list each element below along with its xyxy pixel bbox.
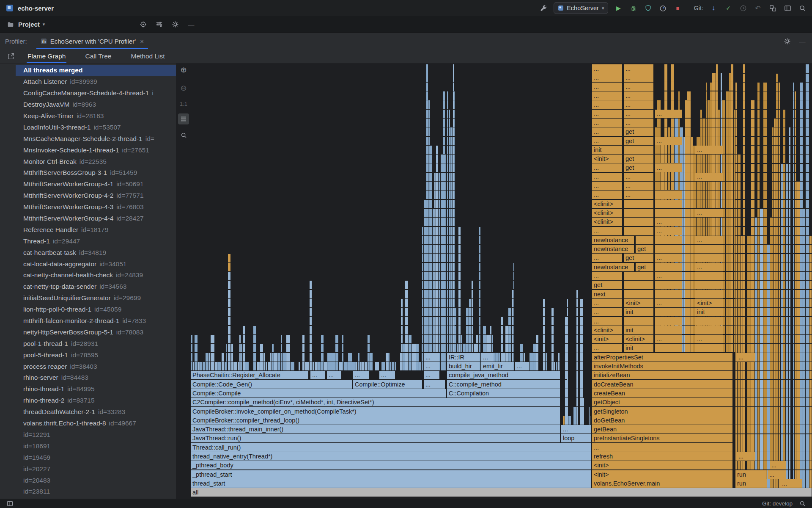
flame-frame[interactable]: [695, 317, 723, 326]
flame-frame[interactable]: [776, 73, 778, 488]
flame-frame[interactable]: ...: [655, 254, 682, 262]
minimize-icon[interactable]: —: [187, 20, 196, 29]
thread-list-item[interactable]: lion-http-poll-0-thread-1id=45059: [0, 304, 176, 315]
flame-frame[interactable]: [238, 362, 239, 370]
flame-frame[interactable]: get: [624, 137, 653, 145]
flame-frame[interactable]: [388, 353, 390, 370]
flame-frame[interactable]: _pthread_start: [191, 470, 591, 479]
thread-list-item[interactable]: MtthriftServerWorkerGroup-4-4id=28427: [0, 213, 176, 224]
rollback-icon[interactable]: ↶: [753, 3, 763, 13]
flame-frame[interactable]: ...: [624, 119, 653, 127]
thread-list-item[interactable]: DestroyJavaVMid=8963: [0, 99, 176, 110]
flame-frame[interactable]: [403, 344, 405, 370]
flame-frame[interactable]: ...: [592, 443, 732, 452]
flame-frame[interactable]: [624, 290, 653, 298]
thread-list-toggle-button[interactable]: [178, 113, 189, 124]
hide-panel-icon[interactable]: —: [798, 36, 807, 46]
flame-frame[interactable]: volans.EchoServer.main: [592, 479, 732, 488]
flame-frame[interactable]: ...: [592, 83, 622, 91]
search-icon[interactable]: [798, 499, 807, 508]
stop-button[interactable]: ■: [673, 3, 682, 13]
flame-frame[interactable]: ...: [695, 146, 723, 154]
flame-frame[interactable]: get: [624, 254, 653, 262]
thread-list-item[interactable]: id=18691: [0, 440, 176, 452]
flame-frame[interactable]: [580, 299, 583, 425]
flame-frame[interactable]: ...: [592, 227, 622, 235]
flame-frame[interactable]: [793, 83, 794, 488]
flame-frame[interactable]: [624, 227, 653, 235]
flame-frame[interactable]: [416, 344, 419, 370]
flame-frame[interactable]: [222, 353, 224, 370]
flame-frame[interactable]: ...: [624, 110, 653, 118]
flame-frame[interactable]: [624, 272, 653, 280]
thread-list-item[interactable]: LoadInfoUtil-3-thread-1id=53507: [0, 121, 176, 133]
flame-frame[interactable]: [434, 173, 436, 370]
flame-frame[interactable]: [449, 110, 450, 370]
flame-frame[interactable]: preInstantiateSingletons: [592, 434, 732, 442]
flame-frame[interactable]: ...: [655, 299, 682, 307]
flame-frame[interactable]: [508, 308, 511, 370]
flame-frame[interactable]: get: [636, 263, 653, 271]
flame-frame[interactable]: [786, 163, 788, 488]
wrench-icon[interactable]: [539, 3, 548, 13]
flame-frame[interactable]: <init>: [592, 461, 732, 469]
flame-frame[interactable]: [274, 353, 277, 370]
profiler-session-tab[interactable]: EchoServer with 'CPU Profiler' ×: [36, 33, 148, 49]
flame-frame[interactable]: [263, 353, 265, 370]
flame-frame[interactable]: [624, 209, 653, 217]
flame-frame[interactable]: ...: [624, 73, 653, 82]
flame-frame[interactable]: ...: [592, 317, 622, 326]
structure-windows-icon[interactable]: [768, 3, 777, 13]
flame-frame[interactable]: [556, 362, 557, 370]
flame-frame[interactable]: [211, 335, 214, 370]
flame-frame[interactable]: [513, 263, 514, 370]
flame-frame[interactable]: [331, 353, 335, 370]
flame-frame[interactable]: ...: [424, 353, 439, 362]
flame-frame[interactable]: Thread::call_run(): [191, 443, 591, 452]
debug-bug-icon[interactable]: [628, 3, 638, 13]
thread-list-item[interactable]: MtthriftServerWorkerGroup-4-2id=77571: [0, 190, 176, 202]
flame-frame[interactable]: ...: [695, 236, 723, 244]
flame-frame[interactable]: [655, 263, 682, 271]
flame-frame[interactable]: [266, 362, 267, 370]
flame-frame[interactable]: ...: [624, 91, 653, 100]
flame-frame[interactable]: get: [592, 281, 622, 289]
thread-list-item[interactable]: cat-local-data-aggregatorid=34051: [0, 258, 176, 270]
flame-frame[interactable]: createBean: [592, 389, 732, 398]
flame-frame[interactable]: [381, 362, 385, 370]
flame-frame[interactable]: [458, 227, 461, 371]
thread-list-item[interactable]: MnsInvoker-Schedule-1-thread-1id=27651: [0, 144, 176, 156]
flame-frame[interactable]: afterPropertiesSet: [592, 353, 732, 362]
flame-frame[interactable]: ...: [592, 272, 622, 280]
flame-frame[interactable]: ...: [695, 263, 723, 271]
flame-frame[interactable]: [272, 344, 274, 370]
flame-frame[interactable]: [525, 362, 529, 370]
flame-frame[interactable]: [191, 335, 192, 370]
flame-frame[interactable]: _pthread_body: [191, 461, 591, 469]
flame-frame[interactable]: [439, 173, 440, 370]
thread-list-item[interactable]: pool-1-thread-1id=28931: [0, 338, 176, 349]
flame-frame[interactable]: ...: [655, 272, 682, 280]
flame-frame[interactable]: [695, 326, 723, 334]
thread-list-item[interactable]: cat-netty-channel-health-checkid=24839: [0, 270, 176, 281]
flame-frame[interactable]: [362, 362, 364, 370]
flame-frame[interactable]: get: [624, 155, 653, 163]
flame-frame[interactable]: all: [191, 488, 812, 497]
flame-frame[interactable]: [760, 209, 763, 488]
flame-frame[interactable]: [803, 209, 805, 488]
flame-frame[interactable]: [392, 362, 394, 370]
run-button[interactable]: ▶: [614, 3, 623, 13]
flame-frame[interactable]: [409, 335, 411, 370]
flame-frame[interactable]: [695, 281, 723, 289]
project-tab-label[interactable]: Project: [18, 21, 40, 28]
flame-frame[interactable]: [231, 344, 233, 370]
flame-frame[interactable]: [747, 236, 751, 488]
flame-frame[interactable]: [655, 236, 682, 244]
flame-frame[interactable]: ...: [592, 344, 622, 352]
thread-list-item[interactable]: cat-heartbeat-taskid=34819: [0, 247, 176, 258]
thread-list-item[interactable]: MtthriftServerWorkerGroup-4-1id=50691: [0, 179, 176, 190]
flame-frame[interactable]: [206, 353, 208, 370]
flame-frame[interactable]: ...: [695, 209, 723, 217]
flame-frame[interactable]: ...: [424, 380, 445, 389]
flame-frame[interactable]: [443, 91, 445, 370]
